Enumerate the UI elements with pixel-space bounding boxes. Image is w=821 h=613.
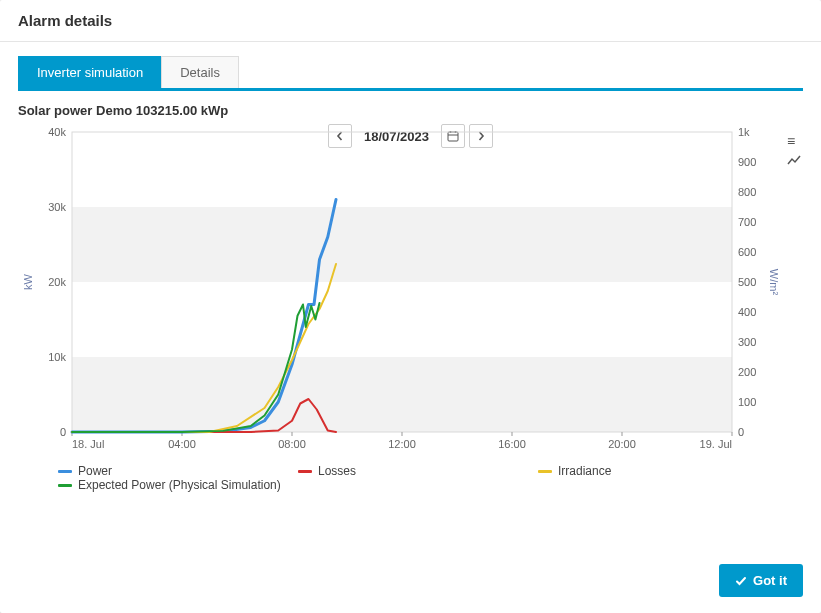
modal-body: Inverter simulation Details Solar power … — [0, 42, 821, 552]
svg-rect-5 — [72, 207, 732, 282]
line-chart-icon[interactable] — [787, 154, 801, 168]
chart-toolbar: ≡ — [787, 134, 801, 168]
svg-text:900: 900 — [738, 156, 756, 168]
legend-item[interactable]: Irradiance — [538, 464, 738, 478]
legend-item[interactable]: Losses — [298, 464, 498, 478]
legend-swatch — [298, 470, 312, 473]
svg-text:300: 300 — [738, 336, 756, 348]
legend-item[interactable]: Power — [58, 464, 258, 478]
svg-text:18. Jul: 18. Jul — [72, 438, 104, 450]
got-it-button[interactable]: Got it — [719, 564, 803, 597]
svg-text:200: 200 — [738, 366, 756, 378]
legend-swatch — [58, 484, 72, 487]
menu-icon[interactable]: ≡ — [787, 134, 801, 148]
chart-area: ≡ 010k20k30k40k0100200300400500600700800… — [18, 124, 803, 454]
chart-title: Solar power Demo 103215.00 kWp — [18, 103, 228, 118]
svg-text:W/m²: W/m² — [768, 269, 778, 296]
svg-text:700: 700 — [738, 216, 756, 228]
svg-text:19. Jul: 19. Jul — [700, 438, 732, 450]
chart-legend: PowerLossesIrradianceExpected Power (Phy… — [18, 454, 803, 492]
svg-text:500: 500 — [738, 276, 756, 288]
svg-text:20:00: 20:00 — [608, 438, 636, 450]
svg-text:20k: 20k — [48, 276, 66, 288]
legend-swatch — [58, 470, 72, 473]
svg-text:100: 100 — [738, 396, 756, 408]
svg-text:10k: 10k — [48, 351, 66, 363]
svg-text:kW: kW — [22, 273, 34, 290]
got-it-label: Got it — [753, 573, 787, 588]
legend-swatch — [538, 470, 552, 473]
check-icon — [735, 575, 747, 587]
legend-label: Expected Power (Physical Simulation) — [78, 478, 281, 492]
modal-header: Alarm details — [0, 0, 821, 42]
svg-text:04:00: 04:00 — [168, 438, 196, 450]
svg-text:16:00: 16:00 — [498, 438, 526, 450]
svg-text:400: 400 — [738, 306, 756, 318]
legend-label: Power — [78, 464, 112, 478]
legend-label: Losses — [318, 464, 356, 478]
line-chart: 010k20k30k40k010020030040050060070080090… — [18, 124, 778, 454]
modal-footer: Got it — [0, 552, 821, 613]
alarm-details-modal: Alarm details Inverter simulation Detail… — [0, 0, 821, 613]
modal-title: Alarm details — [18, 12, 112, 29]
svg-text:12:00: 12:00 — [388, 438, 416, 450]
svg-rect-4 — [72, 357, 732, 432]
svg-text:1k: 1k — [738, 126, 750, 138]
svg-text:800: 800 — [738, 186, 756, 198]
chart-header: Solar power Demo 103215.00 kWp 18/07/202… — [18, 103, 803, 118]
svg-text:40k: 40k — [48, 126, 66, 138]
svg-text:08:00: 08:00 — [278, 438, 306, 450]
svg-text:0: 0 — [60, 426, 66, 438]
svg-text:0: 0 — [738, 426, 744, 438]
tab-bar: Inverter simulation Details — [18, 56, 803, 91]
legend-label: Irradiance — [558, 464, 611, 478]
legend-item[interactable]: Expected Power (Physical Simulation) — [58, 478, 281, 492]
svg-text:30k: 30k — [48, 201, 66, 213]
tab-details[interactable]: Details — [161, 56, 239, 88]
tab-inverter-simulation[interactable]: Inverter simulation — [18, 56, 162, 88]
svg-text:600: 600 — [738, 246, 756, 258]
